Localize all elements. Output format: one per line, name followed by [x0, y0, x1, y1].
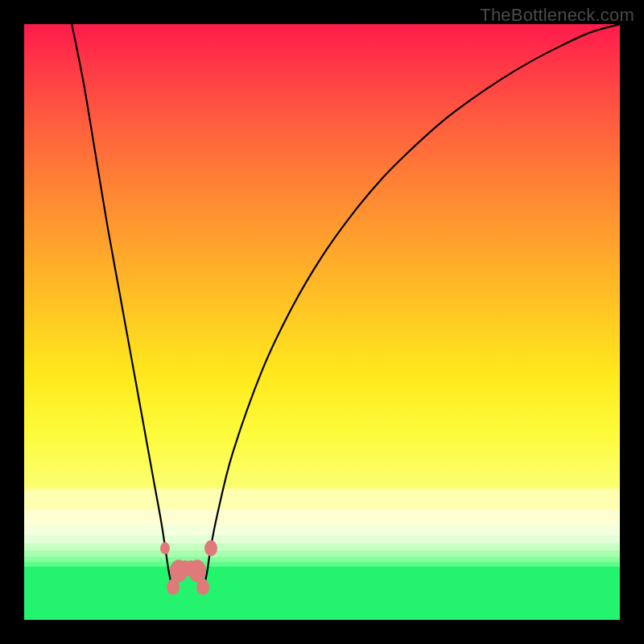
bottleneck-curve	[24, 24, 620, 620]
data-marker	[196, 579, 209, 595]
data-marker	[204, 540, 217, 556]
curve-path	[72, 24, 620, 587]
data-marker	[160, 543, 170, 555]
plot-area	[24, 24, 620, 620]
watermark-text: TheBottleneck.com	[480, 5, 634, 26]
